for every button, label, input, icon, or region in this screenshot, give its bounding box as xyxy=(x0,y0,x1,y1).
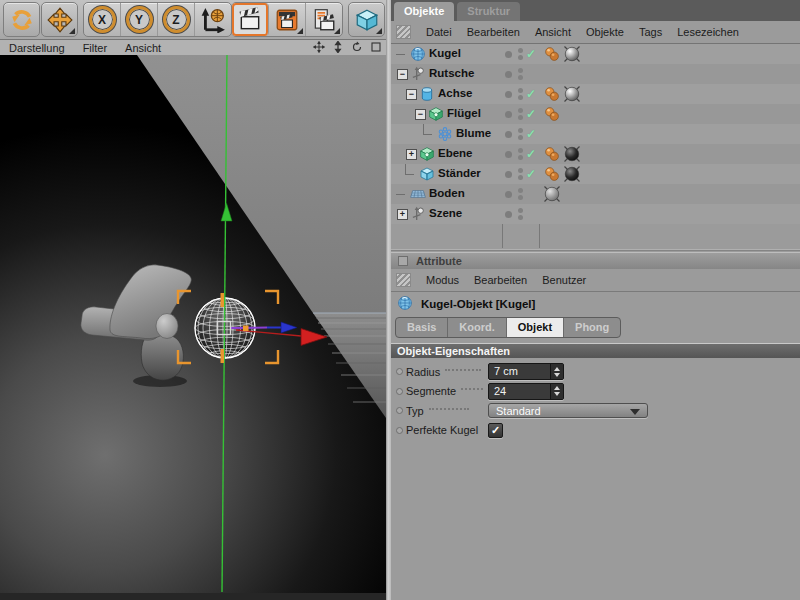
render-picture-viewer-button[interactable] xyxy=(269,3,306,36)
add-cube-button[interactable] xyxy=(348,2,385,37)
stepper-arrows[interactable] xyxy=(550,364,563,379)
segmente-input[interactable]: 24 xyxy=(488,383,564,400)
manager-tab-objekte[interactable]: Objekte xyxy=(394,2,454,21)
phong-tag-silver[interactable] xyxy=(563,45,581,65)
lock-z-button[interactable]: Z xyxy=(158,3,195,36)
tree-row-kugel[interactable]: Kugel✓ xyxy=(391,44,800,64)
phong-tag-black[interactable] xyxy=(563,165,581,185)
attr-menu-benutzer[interactable]: Benutzer xyxy=(542,274,586,286)
render-visibility-dot[interactable] xyxy=(518,175,523,180)
tree-row-rutsche[interactable]: −Rutsche xyxy=(391,64,800,84)
perfekte-kugel-checkbox[interactable]: ✓ xyxy=(488,423,503,438)
field-value[interactable]: 7 cm xyxy=(489,364,550,379)
editor-visibility-dot[interactable] xyxy=(518,48,523,53)
layer-dot[interactable] xyxy=(505,71,512,78)
attr-tab-koord[interactable]: Koord. xyxy=(448,318,506,337)
enabled-check-icon[interactable]: ✓ xyxy=(526,147,536,161)
keyframe-circle[interactable] xyxy=(396,368,403,375)
object-label[interactable]: Achse xyxy=(438,87,473,99)
stepper-down-icon[interactable] xyxy=(554,392,560,396)
render-visibility-dot[interactable] xyxy=(518,75,523,80)
null-object-icon[interactable] xyxy=(410,66,426,82)
editor-visibility-dot[interactable] xyxy=(518,128,523,133)
sphere-object-icon[interactable] xyxy=(410,46,426,62)
phong-tag-gray[interactable] xyxy=(543,185,561,205)
texture-tag-orange[interactable] xyxy=(543,165,561,185)
flower-object-icon[interactable] xyxy=(437,126,453,142)
editor-visibility-dot[interactable] xyxy=(518,88,523,93)
layer-dot[interactable] xyxy=(505,191,512,198)
attr-tab-basis[interactable]: Basis xyxy=(396,318,448,337)
object-label[interactable]: Ständer xyxy=(438,167,481,179)
null-object-icon[interactable] xyxy=(410,206,426,222)
keyframe-circle[interactable] xyxy=(396,388,403,395)
phong-tag-black[interactable] xyxy=(563,145,581,165)
lock-x-button[interactable]: X xyxy=(84,3,121,36)
render-visibility-dot[interactable] xyxy=(518,135,523,140)
om-menu-bearbeiten[interactable]: Bearbeiten xyxy=(467,26,520,38)
tree-row-boden[interactable]: Boden xyxy=(391,184,800,204)
pan-icon[interactable] xyxy=(313,41,325,55)
keyframe-circle[interactable] xyxy=(396,427,403,434)
render-settings-button[interactable] xyxy=(306,3,342,36)
texture-tag-orange[interactable] xyxy=(543,105,561,125)
render-visibility-dot[interactable] xyxy=(518,215,523,220)
render-view-button[interactable] xyxy=(232,3,269,36)
tree-row-ebene[interactable]: +Ebene✓ xyxy=(391,144,800,164)
om-menu-objekte[interactable]: Objekte xyxy=(586,26,624,38)
layer-dot[interactable] xyxy=(505,211,512,218)
editor-visibility-dot[interactable] xyxy=(518,148,523,153)
object-label[interactable]: Szene xyxy=(429,207,462,219)
undo-button[interactable] xyxy=(3,2,40,37)
stepper-arrows[interactable] xyxy=(550,384,563,399)
layer-dot[interactable] xyxy=(505,131,512,138)
viewport-menu-filter[interactable]: Filter xyxy=(83,42,107,54)
radius-input[interactable]: 7 cm xyxy=(488,363,564,380)
editor-visibility-dot[interactable] xyxy=(518,68,523,73)
field-value[interactable]: 24 xyxy=(489,384,550,399)
move-tool-button[interactable] xyxy=(41,2,78,37)
viewport-menu-ansicht[interactable]: Ansicht xyxy=(125,42,161,54)
cylinder-object-icon[interactable] xyxy=(419,86,435,102)
coordinate-system-button[interactable] xyxy=(195,3,231,36)
attr-tab-objekt[interactable]: Objekt xyxy=(507,318,564,337)
attr-menu-modus[interactable]: Modus xyxy=(426,274,459,286)
om-menu-lesezeichen[interactable]: Lesezeichen xyxy=(677,26,739,38)
section-header[interactable]: Objekt-Eigenschaften xyxy=(391,343,800,358)
enabled-check-icon[interactable]: ✓ xyxy=(526,87,536,101)
phong-tag-silver[interactable] xyxy=(563,85,581,105)
render-visibility-dot[interactable] xyxy=(518,155,523,160)
om-menu-ansicht[interactable]: Ansicht xyxy=(535,26,571,38)
layer-dot[interactable] xyxy=(505,51,512,58)
tree-row-flügel[interactable]: −Flügel✓ xyxy=(391,104,800,124)
polygon-cube-icon[interactable] xyxy=(419,146,435,162)
texture-tag-orange[interactable] xyxy=(543,85,561,105)
collapse-toggle[interactable]: − xyxy=(415,109,426,120)
attr-menu-bearbeiten[interactable]: Bearbeiten xyxy=(474,274,527,286)
3d-viewport[interactable] xyxy=(0,55,386,600)
tree-row-szene[interactable]: +Szene xyxy=(391,204,800,224)
render-visibility-dot[interactable] xyxy=(518,55,523,60)
manager-tab-struktur[interactable]: Struktur xyxy=(457,2,520,21)
collapse-toggle[interactable]: − xyxy=(397,69,408,80)
editor-visibility-dot[interactable] xyxy=(518,108,523,113)
layer-dot[interactable] xyxy=(505,151,512,158)
lock-y-button[interactable]: Y xyxy=(121,3,158,36)
attr-tab-phong[interactable]: Phong xyxy=(564,318,620,337)
object-label[interactable]: Blume xyxy=(456,127,491,139)
om-menu-datei[interactable]: Datei xyxy=(426,26,452,38)
layer-dot[interactable] xyxy=(505,171,512,178)
editor-visibility-dot[interactable] xyxy=(518,168,523,173)
maximize-icon[interactable] xyxy=(370,41,382,55)
texture-tag-orange[interactable] xyxy=(543,145,561,165)
object-label[interactable]: Kugel xyxy=(429,47,461,59)
object-label[interactable]: Boden xyxy=(429,187,465,199)
stepper-down-icon[interactable] xyxy=(554,373,560,377)
editor-visibility-dot[interactable] xyxy=(518,208,523,213)
enabled-check-icon[interactable]: ✓ xyxy=(526,47,536,61)
floor-object-icon[interactable] xyxy=(410,186,426,202)
stepper-up-icon[interactable] xyxy=(554,386,560,390)
tree-row-ständer[interactable]: Ständer✓ xyxy=(391,164,800,184)
expand-toggle[interactable]: + xyxy=(397,209,408,220)
object-label[interactable]: Rutsche xyxy=(429,67,474,79)
